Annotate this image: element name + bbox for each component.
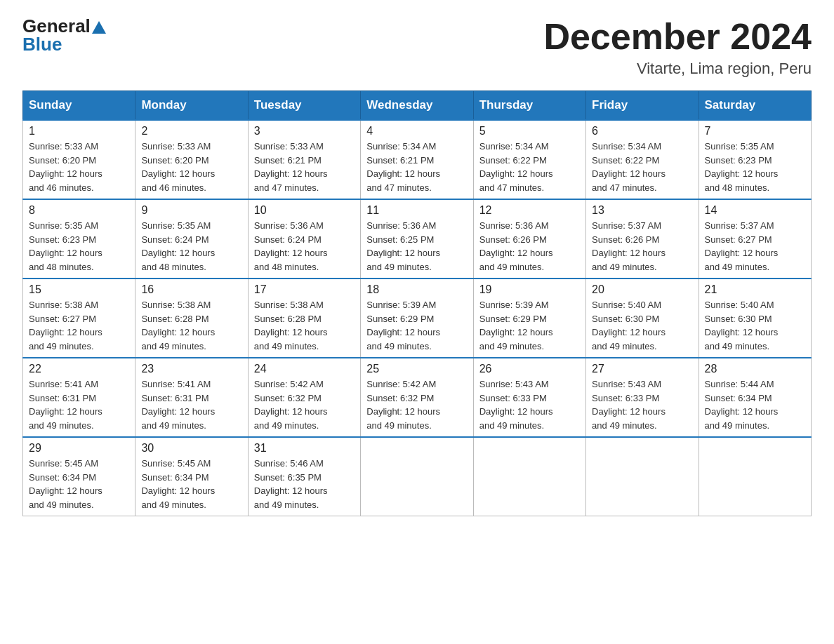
day-number: 22 (29, 363, 129, 375)
day-info: Sunrise: 5:34 AM Sunset: 6:21 PM Dayligh… (366, 140, 467, 194)
table-row: 2 Sunrise: 5:33 AM Sunset: 6:20 PM Dayli… (135, 120, 248, 199)
logo-area: General Blue (22, 17, 107, 55)
table-row: 29 Sunrise: 5:45 AM Sunset: 6:34 PM Dayl… (23, 437, 135, 516)
table-row: 27 Sunrise: 5:43 AM Sunset: 6:33 PM Dayl… (586, 358, 699, 437)
table-row: 7 Sunrise: 5:35 AM Sunset: 6:23 PM Dayli… (699, 120, 811, 199)
day-info: Sunrise: 5:43 AM Sunset: 6:33 PM Dayligh… (479, 377, 580, 432)
day-number: 5 (479, 125, 580, 137)
day-number: 18 (366, 283, 467, 296)
day-number: 16 (141, 283, 241, 296)
table-row: 24 Sunrise: 5:42 AM Sunset: 6:32 PM Dayl… (248, 358, 360, 437)
week-row-4: 22 Sunrise: 5:41 AM Sunset: 6:31 PM Dayl… (23, 358, 812, 437)
table-row: 17 Sunrise: 5:38 AM Sunset: 6:28 PM Dayl… (248, 279, 360, 358)
day-info: Sunrise: 5:39 AM Sunset: 6:29 PM Dayligh… (479, 298, 580, 353)
table-row: 6 Sunrise: 5:34 AM Sunset: 6:22 PM Dayli… (586, 120, 699, 199)
calendar-header-row: Sunday Monday Tuesday Wednesday Thursday… (23, 91, 812, 121)
table-row (699, 437, 811, 516)
day-info: Sunrise: 5:46 AM Sunset: 6:35 PM Dayligh… (254, 457, 355, 511)
logo-general-text: General (22, 17, 91, 35)
col-thursday: Thursday (473, 91, 585, 121)
col-wednesday: Wednesday (361, 91, 473, 121)
week-row-3: 15 Sunrise: 5:38 AM Sunset: 6:27 PM Dayl… (23, 279, 812, 358)
day-info: Sunrise: 5:41 AM Sunset: 6:31 PM Dayligh… (141, 377, 241, 432)
day-number: 17 (254, 283, 355, 296)
day-number: 27 (592, 363, 692, 375)
table-row: 28 Sunrise: 5:44 AM Sunset: 6:34 PM Dayl… (699, 358, 811, 437)
week-row-2: 8 Sunrise: 5:35 AM Sunset: 6:23 PM Dayli… (23, 199, 812, 279)
page-subtitle: Vitarte, Lima region, Peru (543, 60, 812, 78)
day-number: 21 (705, 283, 805, 296)
col-tuesday: Tuesday (248, 91, 360, 121)
day-number: 1 (29, 125, 129, 137)
table-row: 9 Sunrise: 5:35 AM Sunset: 6:24 PM Dayli… (135, 199, 248, 279)
table-row: 30 Sunrise: 5:45 AM Sunset: 6:34 PM Dayl… (135, 437, 248, 516)
day-info: Sunrise: 5:35 AM Sunset: 6:24 PM Dayligh… (141, 219, 241, 274)
day-info: Sunrise: 5:38 AM Sunset: 6:28 PM Dayligh… (254, 298, 355, 353)
table-row: 4 Sunrise: 5:34 AM Sunset: 6:21 PM Dayli… (361, 120, 473, 199)
day-number: 24 (254, 363, 355, 375)
day-number: 12 (479, 204, 580, 217)
day-info: Sunrise: 5:42 AM Sunset: 6:32 PM Dayligh… (254, 377, 355, 432)
day-number: 30 (141, 442, 241, 455)
day-number: 10 (254, 204, 355, 217)
day-info: Sunrise: 5:33 AM Sunset: 6:20 PM Dayligh… (29, 140, 129, 194)
table-row: 12 Sunrise: 5:36 AM Sunset: 6:26 PM Dayl… (473, 199, 585, 279)
day-info: Sunrise: 5:35 AM Sunset: 6:23 PM Dayligh… (705, 140, 805, 194)
col-sunday: Sunday (23, 91, 135, 121)
logo-blue-text: Blue (22, 34, 62, 55)
day-number: 3 (254, 125, 355, 137)
day-info: Sunrise: 5:38 AM Sunset: 6:27 PM Dayligh… (29, 298, 129, 353)
logo: General (22, 17, 107, 35)
table-row: 11 Sunrise: 5:36 AM Sunset: 6:25 PM Dayl… (361, 199, 473, 279)
day-info: Sunrise: 5:33 AM Sunset: 6:21 PM Dayligh… (254, 140, 355, 194)
day-number: 9 (141, 204, 241, 217)
day-number: 6 (592, 125, 692, 137)
day-number: 11 (366, 204, 467, 217)
table-row: 1 Sunrise: 5:33 AM Sunset: 6:20 PM Dayli… (23, 120, 135, 199)
page-title: December 2024 (543, 17, 812, 57)
day-info: Sunrise: 5:40 AM Sunset: 6:30 PM Dayligh… (705, 298, 805, 353)
day-number: 7 (705, 125, 805, 137)
table-row: 15 Sunrise: 5:38 AM Sunset: 6:27 PM Dayl… (23, 279, 135, 358)
logo-triangle-icon (92, 21, 106, 34)
table-row: 16 Sunrise: 5:38 AM Sunset: 6:28 PM Dayl… (135, 279, 248, 358)
day-info: Sunrise: 5:45 AM Sunset: 6:34 PM Dayligh… (29, 457, 129, 511)
table-row: 8 Sunrise: 5:35 AM Sunset: 6:23 PM Dayli… (23, 199, 135, 279)
day-info: Sunrise: 5:34 AM Sunset: 6:22 PM Dayligh… (592, 140, 692, 194)
day-number: 23 (141, 363, 241, 375)
col-monday: Monday (135, 91, 248, 121)
table-row: 10 Sunrise: 5:36 AM Sunset: 6:24 PM Dayl… (248, 199, 360, 279)
day-number: 29 (29, 442, 129, 455)
day-info: Sunrise: 5:37 AM Sunset: 6:27 PM Dayligh… (705, 219, 805, 274)
day-info: Sunrise: 5:43 AM Sunset: 6:33 PM Dayligh… (592, 377, 692, 432)
table-row (361, 437, 473, 516)
day-number: 19 (479, 283, 580, 296)
day-info: Sunrise: 5:40 AM Sunset: 6:30 PM Dayligh… (592, 298, 692, 353)
day-info: Sunrise: 5:33 AM Sunset: 6:20 PM Dayligh… (141, 140, 241, 194)
day-info: Sunrise: 5:41 AM Sunset: 6:31 PM Dayligh… (29, 377, 129, 432)
day-number: 8 (29, 204, 129, 217)
day-number: 13 (592, 204, 692, 217)
table-row (586, 437, 699, 516)
day-number: 2 (141, 125, 241, 137)
table-row: 26 Sunrise: 5:43 AM Sunset: 6:33 PM Dayl… (473, 358, 585, 437)
day-info: Sunrise: 5:34 AM Sunset: 6:22 PM Dayligh… (479, 140, 580, 194)
table-row: 18 Sunrise: 5:39 AM Sunset: 6:29 PM Dayl… (361, 279, 473, 358)
table-row: 13 Sunrise: 5:37 AM Sunset: 6:26 PM Dayl… (586, 199, 699, 279)
table-row: 25 Sunrise: 5:42 AM Sunset: 6:32 PM Dayl… (361, 358, 473, 437)
day-number: 31 (254, 442, 355, 455)
day-number: 20 (592, 283, 692, 296)
table-row: 14 Sunrise: 5:37 AM Sunset: 6:27 PM Dayl… (699, 199, 811, 279)
day-info: Sunrise: 5:36 AM Sunset: 6:25 PM Dayligh… (366, 219, 467, 274)
day-info: Sunrise: 5:38 AM Sunset: 6:28 PM Dayligh… (141, 298, 241, 353)
day-number: 14 (705, 204, 805, 217)
table-row: 3 Sunrise: 5:33 AM Sunset: 6:21 PM Dayli… (248, 120, 360, 199)
table-row: 22 Sunrise: 5:41 AM Sunset: 6:31 PM Dayl… (23, 358, 135, 437)
table-row: 21 Sunrise: 5:40 AM Sunset: 6:30 PM Dayl… (699, 279, 811, 358)
day-number: 25 (366, 363, 467, 375)
table-row: 23 Sunrise: 5:41 AM Sunset: 6:31 PM Dayl… (135, 358, 248, 437)
title-area: December 2024 Vitarte, Lima region, Peru (543, 17, 812, 78)
table-row: 5 Sunrise: 5:34 AM Sunset: 6:22 PM Dayli… (473, 120, 585, 199)
day-info: Sunrise: 5:35 AM Sunset: 6:23 PM Dayligh… (29, 219, 129, 274)
day-info: Sunrise: 5:44 AM Sunset: 6:34 PM Dayligh… (705, 377, 805, 432)
